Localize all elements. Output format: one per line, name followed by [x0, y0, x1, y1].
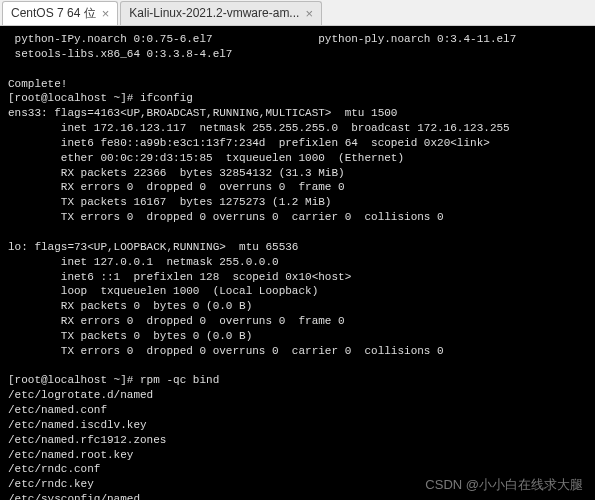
tab-kali[interactable]: Kali-Linux-2021.2-vmware-am... ×: [120, 1, 322, 25]
close-icon[interactable]: ×: [102, 6, 110, 21]
watermark-text: CSDN @小小白在线求大腿: [425, 476, 583, 494]
close-icon[interactable]: ×: [305, 6, 313, 21]
tab-label: Kali-Linux-2021.2-vmware-am...: [129, 6, 299, 20]
terminal-output[interactable]: python-IPy.noarch 0:0.75-6.el7 python-pl…: [0, 26, 595, 500]
tab-label: CentOS 7 64 位: [11, 5, 96, 22]
tab-bar: CentOS 7 64 位 × Kali-Linux-2021.2-vmware…: [0, 0, 595, 26]
tab-centos[interactable]: CentOS 7 64 位 ×: [2, 1, 118, 25]
